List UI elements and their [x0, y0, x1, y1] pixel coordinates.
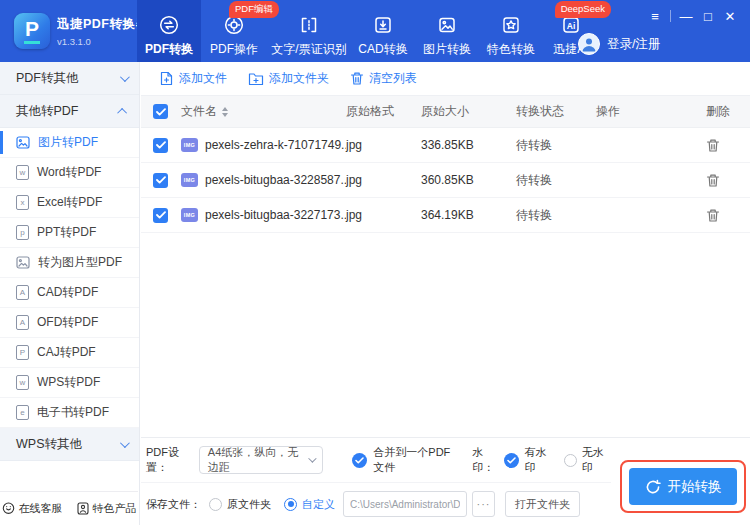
sidebar-item-to-image-pdf[interactable]: 转为图片型PDF [0, 248, 139, 278]
sidebar: PDF转其他 其他转PDF 图片转PDF w Word转PDF x Excel转… [0, 62, 140, 525]
chevron-up-icon [117, 107, 127, 117]
minimize-button[interactable]: — [675, 7, 697, 25]
merge-pdf-checkbox[interactable] [352, 453, 367, 468]
file-size: 360.85KB [421, 173, 516, 187]
excel-file-icon: x [16, 195, 29, 210]
avatar [578, 33, 600, 55]
merge-pdf-label: 合并到一个PDF文件 [373, 445, 461, 475]
star-icon [500, 13, 522, 37]
tab-image-convert[interactable]: 图片转换 [415, 0, 479, 62]
featured-products-link[interactable]: 特色产品 [77, 501, 137, 516]
chevron-down-icon [308, 454, 316, 462]
img-file-icon: IMG [181, 138, 198, 152]
login-register-link[interactable]: 登录/注册 [607, 36, 660, 53]
watermark-yes-label: 有水印 [524, 445, 553, 475]
file-status: 待转换 [516, 137, 596, 154]
sidebar-item-ebook-to-pdf[interactable]: e 电子书转PDF [0, 398, 139, 428]
ofd-file-icon: A [16, 315, 29, 330]
pdf-converter-window: P 迅捷PDF转换器 v1.3.1.0 PDF转换 PDF编辑 [0, 0, 750, 525]
sidebar-item-caj-to-pdf[interactable]: P CAJ转PDF [0, 338, 139, 368]
file-size: 336.85KB [421, 138, 516, 152]
add-file-button[interactable]: 添加文件 [159, 70, 227, 87]
svg-text:Ai: Ai [567, 21, 576, 31]
col-format: 原始格式 [346, 103, 421, 120]
tab-cad-convert[interactable]: CAD转换 [351, 0, 415, 62]
user-account[interactable]: 登录/注册 [578, 33, 660, 55]
tab-ocr[interactable]: 文字/票证识别 [267, 0, 351, 62]
delete-row-button[interactable] [706, 208, 720, 223]
app-logo-icon: P [14, 13, 50, 49]
tab-featured-convert[interactable]: 特色转换 [479, 0, 543, 62]
sidebar-item-image-to-pdf[interactable]: 图片转PDF [0, 128, 139, 158]
trash-icon [350, 71, 364, 86]
sidebar-item-cad-to-pdf[interactable]: A CAD转PDF [0, 278, 139, 308]
select-all-checkbox[interactable] [153, 104, 168, 119]
app-version: v1.3.1.0 [57, 36, 137, 47]
sidebar-item-word-to-pdf[interactable]: w Word转PDF [0, 158, 139, 188]
badge-person-icon [77, 502, 89, 515]
file-size: 364.19KB [421, 208, 516, 222]
window-controls: ≡ — □ ✕ [644, 7, 741, 25]
tab-pdf-operations[interactable]: PDF编辑 PDF操作 [201, 0, 267, 62]
add-folder-button[interactable]: 添加文件夹 [248, 70, 329, 87]
sidebar-item-excel-to-pdf[interactable]: x Excel转PDF [0, 188, 139, 218]
col-filename[interactable]: 文件名 [181, 103, 217, 120]
watermark-label: 水印： [472, 445, 501, 475]
online-service-link[interactable]: 在线客服 [2, 501, 63, 516]
tab-pdf-convert[interactable]: PDF转换 [137, 0, 201, 62]
row-checkbox[interactable] [153, 208, 168, 223]
col-delete: 删除 [706, 103, 750, 120]
delete-row-button[interactable] [706, 173, 720, 188]
refresh-icon [645, 479, 661, 495]
image-file-icon [16, 136, 30, 149]
pdf-settings-row: PDF设置： A4纸张，纵向，无边距 合并到一个PDF文件 水印： 有水印 无水… [141, 438, 611, 483]
main-panel: 添加文件 添加文件夹 清空列表 文件名 [141, 62, 750, 525]
browse-button[interactable]: ··· [472, 491, 495, 517]
sidebar-item-ofd-to-pdf[interactable]: A OFD转PDF [0, 308, 139, 338]
cad-download-icon [372, 13, 394, 37]
save-custom-label: 自定义 [302, 497, 335, 512]
row-checkbox[interactable] [153, 173, 168, 188]
caj-file-icon: P [16, 345, 29, 360]
sidebar-section-other-to-pdf[interactable]: 其他转PDF [0, 95, 139, 128]
open-folder-button[interactable]: 打开文件夹 [505, 491, 580, 517]
col-size: 原始大小 [421, 103, 516, 120]
save-custom-radio[interactable] [284, 498, 297, 511]
watermark-yes-radio[interactable] [504, 453, 519, 468]
trash-icon [706, 138, 720, 153]
ebook-file-icon: e [16, 405, 29, 420]
pdf-settings-select[interactable]: A4纸张，纵向，无边距 [199, 446, 323, 474]
sidebar-item-wps-to-pdf[interactable]: w WPS转PDF [0, 368, 139, 398]
row-checkbox[interactable] [153, 138, 168, 153]
divider [670, 10, 671, 22]
chat-smile-icon [2, 502, 15, 515]
pdf-convert-icon [158, 13, 180, 37]
maximize-button[interactable]: □ [697, 7, 719, 25]
chevron-down-icon [120, 72, 130, 82]
file-toolbar: 添加文件 添加文件夹 清空列表 [141, 62, 750, 96]
sidebar-section-pdf-to-other[interactable]: PDF转其他 [0, 62, 139, 95]
col-status: 转换状态 [516, 103, 596, 120]
img-file-icon: IMG [181, 208, 198, 222]
file-format: jpg [346, 173, 421, 187]
file-status: 待转换 [516, 207, 596, 224]
delete-row-button[interactable] [706, 138, 720, 153]
save-path-input[interactable] [343, 491, 467, 517]
save-file-label: 保存文件： [146, 497, 201, 512]
save-original-radio[interactable] [209, 498, 222, 511]
trash-icon [706, 173, 720, 188]
sidebar-section-wps-to-other[interactable]: WPS转其他 [0, 428, 139, 461]
sidebar-item-ppt-to-pdf[interactable]: p PPT转PDF [0, 218, 139, 248]
ppt-file-icon: p [16, 225, 29, 240]
file-format: jpg [346, 208, 421, 222]
clear-list-button[interactable]: 清空列表 [350, 70, 417, 87]
watermark-no-label: 无水印 [582, 445, 611, 475]
chevron-down-icon [120, 438, 130, 448]
close-button[interactable]: ✕ [719, 7, 741, 25]
watermark-no-radio[interactable] [564, 454, 577, 467]
start-convert-button[interactable]: 开始转换 [629, 468, 737, 505]
img-file-icon: IMG [181, 173, 198, 187]
menu-icon[interactable]: ≡ [644, 7, 666, 25]
sort-icon[interactable] [222, 107, 228, 117]
settings-panel: PDF设置： A4纸张，纵向，无边距 合并到一个PDF文件 水印： 有水印 无水… [141, 437, 750, 525]
